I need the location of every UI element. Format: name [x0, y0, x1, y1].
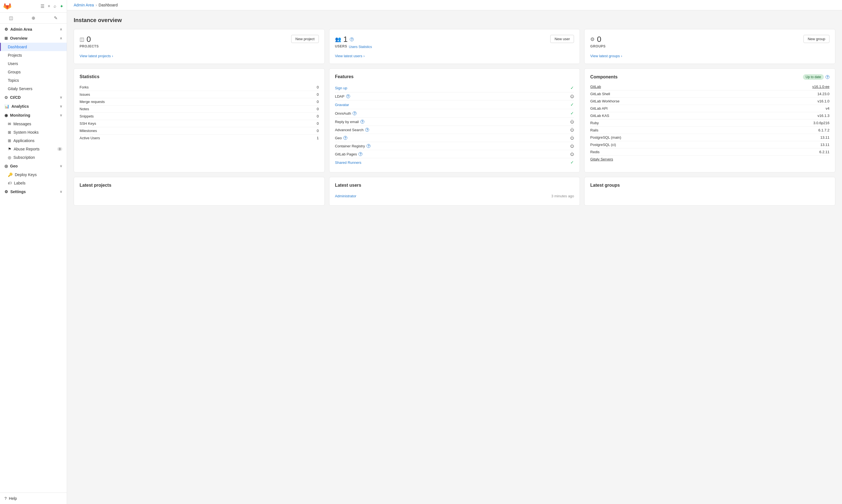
feature-name-cell: LDAP?: [335, 94, 350, 98]
feature-info-icon[interactable]: ?: [346, 94, 350, 98]
geo-header[interactable]: ◎ Geo ∨: [0, 162, 67, 170]
admin-area-header[interactable]: ⚙ Admin Area ∧: [0, 25, 67, 34]
sidebar-item-abuse-reports[interactable]: ⚑ Abuse Reports 0: [0, 145, 67, 153]
users-stat-card: 👥 1 ? USERS Users Statistics New user Vi…: [329, 29, 580, 64]
feature-info-icon[interactable]: ?: [360, 120, 364, 124]
messages-label: Messages: [13, 122, 31, 126]
component-row: PostgreSQL (main)13.11: [590, 134, 829, 141]
settings-header[interactable]: ⚙ Settings ∨: [0, 187, 67, 196]
help-item[interactable]: ? Help: [0, 492, 67, 504]
monitoring-header[interactable]: ◉ Monitoring ∨: [0, 111, 67, 120]
sidebar-item-applications[interactable]: ⊞ Applications: [0, 137, 67, 145]
stat-row-value: 0: [317, 92, 319, 96]
sidebar-toggle-icon[interactable]: ☰: [40, 4, 44, 9]
users-statistics-link[interactable]: Users Statistics: [349, 45, 372, 49]
sidebar-item-users[interactable]: Users: [0, 59, 67, 68]
latest-user-row: Administrator3 minutes ago: [335, 192, 574, 200]
component-version-link[interactable]: v16.1.0-ee: [812, 85, 829, 89]
view-latest-groups-link[interactable]: View latest groups ›: [590, 54, 622, 58]
overview-icon: ⊞: [4, 36, 8, 40]
component-name-text: GitLab KAS: [590, 113, 609, 118]
applications-label: Applications: [13, 139, 35, 143]
new-user-button[interactable]: New user: [550, 35, 574, 43]
feature-info-icon[interactable]: ?: [365, 128, 369, 132]
cicd-header[interactable]: ⊙ CI/CD ∨: [0, 93, 67, 102]
feature-power-icon: ⏻: [570, 128, 574, 132]
stat-row: Snippets0: [79, 113, 319, 120]
overview-header[interactable]: ⊞ Overview ∧: [0, 34, 67, 43]
latest-user-link[interactable]: Administrator: [335, 194, 357, 198]
stat-row-value: 0: [317, 107, 319, 111]
stat-row-value: 0: [317, 129, 319, 133]
search-icon[interactable]: ⌕: [54, 4, 56, 8]
cicd-icon: ⊙: [4, 95, 8, 100]
sidebar-item-dashboard[interactable]: Dashboard: [0, 43, 67, 51]
cicd-chevron-icon: ∨: [60, 95, 62, 100]
users-label-row: USERS Users Statistics: [335, 44, 372, 49]
sidebar-item-subscription[interactable]: ◎ Subscription: [0, 153, 67, 162]
feature-info-icon[interactable]: ?: [358, 152, 362, 156]
sidebar-item-system-hooks[interactable]: ⊞ System Hooks: [0, 128, 67, 137]
feature-power-icon: ⏻: [570, 120, 574, 124]
feature-info-icon[interactable]: ?: [343, 136, 347, 140]
users-info-icon[interactable]: ?: [350, 37, 354, 41]
topics-label: Topics: [8, 78, 19, 83]
feature-link[interactable]: Sign up: [335, 86, 347, 90]
topbar: Admin Area › Dashboard: [67, 0, 842, 10]
projects-stat-card: ◫ 0 PROJECTS New project View latest pro…: [74, 29, 325, 64]
plus-icon[interactable]: +: [48, 4, 50, 8]
breadcrumb-parent[interactable]: Admin Area: [74, 3, 94, 7]
sidebar-item-labels[interactable]: 🏷 Labels: [0, 179, 67, 187]
component-name-link[interactable]: GitLab: [590, 85, 601, 89]
stat-row-label: SSH Keys: [79, 121, 96, 126]
feature-status-cell: ⏻: [570, 94, 574, 98]
overview-chevron-icon: ∧: [60, 36, 62, 40]
component-row: PostgreSQL (ci)13.11: [590, 141, 829, 148]
new-group-button[interactable]: New group: [804, 35, 829, 43]
feature-name-text: OmniAuth: [335, 111, 351, 115]
sidebar-item-messages[interactable]: ✉ Messages: [0, 120, 67, 128]
gitlab-logo-icon[interactable]: [3, 2, 11, 10]
statistics-table: Forks0Issues0Merge requests0Notes0Snippe…: [79, 84, 319, 142]
sidebar-tab-mr[interactable]: ⊕: [22, 13, 45, 23]
sidebar-tab-issues[interactable]: ◫: [0, 13, 22, 23]
feature-name-cell: Shared Runners: [335, 160, 361, 165]
activity-icon[interactable]: ✦: [60, 4, 64, 9]
analytics-label: Analytics: [12, 104, 29, 109]
view-latest-projects-link[interactable]: View latest projects ›: [79, 54, 113, 58]
feature-link[interactable]: Gravatar: [335, 103, 349, 107]
sidebar-item-topics[interactable]: Topics: [0, 76, 67, 85]
sidebar-item-groups[interactable]: Groups: [0, 68, 67, 76]
sidebar-item-gitaly-servers[interactable]: Gitaly Servers: [0, 85, 67, 93]
feature-info-icon[interactable]: ?: [366, 144, 371, 148]
feature-status-cell: ⏻: [570, 120, 574, 124]
breadcrumb-current: Dashboard: [98, 3, 118, 7]
component-row: GitLab APIv4: [590, 105, 829, 112]
breadcrumb: Admin Area › Dashboard: [74, 3, 118, 7]
component-version-text: v16.1.0: [818, 99, 829, 103]
component-row: Gitaly Servers: [590, 156, 829, 163]
latest-cards-row: Latest projects Latest users Administrat…: [74, 177, 835, 206]
feature-link[interactable]: Shared Runners: [335, 160, 361, 165]
component-name-link[interactable]: Gitaly Servers: [590, 157, 613, 161]
sidebar-item-deploy-keys[interactable]: 🔑 Deploy Keys: [0, 170, 67, 179]
stat-row-value: 0: [317, 100, 319, 104]
feature-row: OmniAuth?✓: [335, 109, 574, 118]
component-version-text: 6.2.11: [819, 150, 829, 154]
messages-icon: ✉: [8, 122, 11, 126]
feature-info-icon[interactable]: ?: [353, 111, 357, 115]
component-row: Ruby3.0.6p216: [590, 120, 829, 127]
stat-row-label: Forks: [79, 85, 89, 89]
components-info-icon[interactable]: ?: [826, 75, 829, 79]
analytics-header[interactable]: 📊 Analytics ∨: [0, 102, 67, 111]
features-card: Features Sign up✓LDAP?⏻Gravatar✓OmniAuth…: [329, 68, 580, 173]
component-row: GitLab KASv16.1.3: [590, 112, 829, 120]
analytics-chevron-icon: ∨: [60, 104, 62, 108]
view-latest-users-link[interactable]: View latest users ›: [335, 54, 364, 58]
feature-name-cell: Container Registry?: [335, 144, 371, 148]
new-project-button[interactable]: New project: [291, 35, 319, 43]
sidebar-item-projects[interactable]: Projects: [0, 51, 67, 59]
feature-status-cell: ⏻: [570, 128, 574, 132]
admin-label: Admin Area: [10, 27, 32, 32]
sidebar-tab-todo[interactable]: ✎: [44, 13, 67, 23]
